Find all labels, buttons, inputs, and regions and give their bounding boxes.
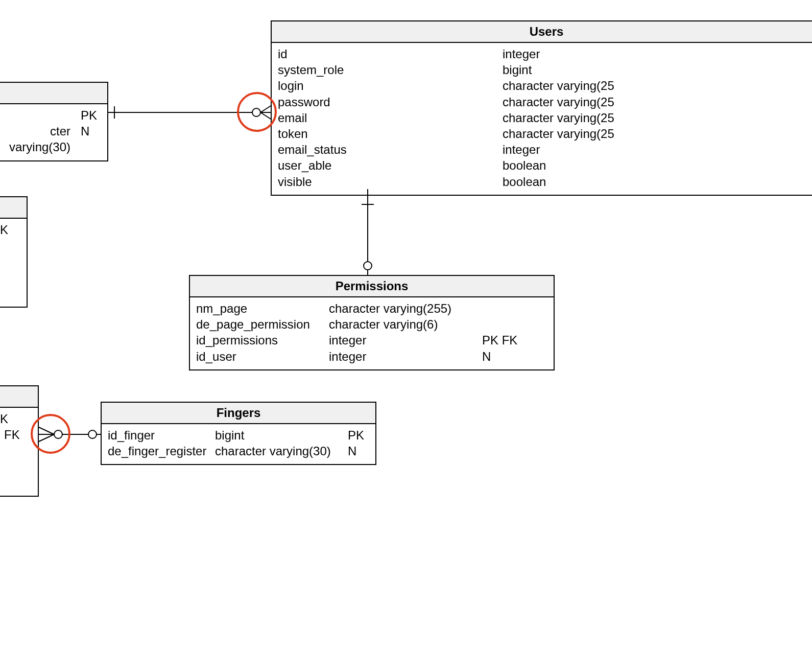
col-name: id_permissions [196, 332, 329, 348]
entity-partial-body: PK N N N N [0, 219, 27, 307]
col-key: PK [0, 222, 20, 238]
col-type: integer [503, 46, 550, 62]
col-name: id_user [196, 349, 329, 364]
col-key: PK [348, 427, 364, 443]
col-name: system_role [278, 62, 503, 78]
col-type: cter varying(30) [0, 123, 81, 155]
col-type: character varying(255) [329, 300, 482, 316]
col-name: login [278, 78, 503, 94]
svg-line-5 [260, 112, 272, 120]
entity-partial-mid-left: PK N N N N [0, 196, 28, 308]
svg-line-10 [39, 427, 54, 434]
col-name: user_able [278, 157, 503, 173]
col-key: N [0, 459, 32, 475]
col-key: PK FK [482, 332, 517, 348]
entity-users-title: Users [272, 21, 812, 43]
entity-fingers-title: Fingers [102, 403, 375, 424]
col-type: character varying(6) [329, 316, 482, 332]
col-type: character varying(25 [503, 78, 625, 94]
col-type: bigint [215, 427, 348, 443]
entity-users-body: idinteger system_rolebigint logincharact… [272, 43, 812, 195]
col-type: character varying(25 [503, 94, 625, 110]
col-name: de_page_permission [196, 316, 329, 332]
entity-permissions: Permissions nm_pagecharacter varying(255… [189, 275, 555, 370]
svg-point-2 [252, 108, 260, 117]
col-name: id [278, 46, 503, 62]
col-key: N [0, 238, 20, 253]
col-type: integer [503, 142, 550, 157]
entity-partial-header [0, 197, 27, 219]
entity-partial-header [0, 83, 107, 104]
connector-toplefttousers [108, 102, 272, 123]
col-key: N [0, 253, 20, 269]
svg-point-13 [88, 430, 97, 438]
col-type: character varying(25 [503, 110, 625, 126]
entity-permissions-title: Permissions [190, 276, 554, 297]
col-key: N [0, 286, 20, 302]
col-type: integer [329, 349, 482, 364]
col-key: N [0, 443, 32, 458]
entity-partial-top-left: PK cter varying(30)N [0, 82, 108, 161]
connector-bottomleft-fingers [39, 424, 101, 445]
entity-partial-header [0, 386, 38, 408]
col-key: PK [81, 107, 101, 123]
col-name: visible [278, 174, 503, 190]
col-name: token [278, 126, 503, 142]
entity-permissions-body: nm_pagecharacter varying(255) de_page_pe… [190, 297, 554, 369]
col-name: id_finger [108, 427, 215, 443]
col-type: character varying(25 [503, 126, 625, 142]
entity-users: Users idinteger system_rolebigint loginc… [271, 20, 812, 196]
col-type: bigint [503, 62, 542, 78]
col-key: N [0, 270, 20, 286]
svg-point-8 [364, 262, 372, 270]
col-key: N FK [0, 427, 32, 443]
col-key: N [348, 443, 356, 459]
entity-partial-body: PK N FK N N N [0, 408, 38, 496]
col-key: N [81, 123, 101, 155]
col-name: email_status [278, 142, 503, 157]
col-key: PK [0, 411, 32, 427]
svg-point-12 [54, 430, 62, 438]
col-name: password [278, 94, 503, 110]
col-type [0, 107, 81, 123]
entity-fingers: Fingers id_fingerbigintPK de_finger_regi… [101, 402, 376, 465]
col-name: email [278, 110, 503, 126]
col-type: character varying(30) [215, 443, 348, 459]
col-key: N [482, 349, 491, 364]
col-type: integer [329, 332, 482, 348]
entity-partial-bottom-left: PK N FK N N N [0, 385, 39, 497]
svg-line-11 [39, 434, 54, 442]
col-key: N [0, 475, 32, 491]
svg-line-3 [260, 105, 272, 112]
entity-partial-body: PK cter varying(30)N [0, 104, 107, 160]
col-name: de_finger_register [108, 443, 215, 459]
connector-users-permissions [357, 189, 378, 276]
entity-fingers-body: id_fingerbigintPK de_finger_registerchar… [102, 424, 375, 464]
col-name: nm_page [196, 300, 329, 316]
col-type: boolean [503, 174, 556, 190]
col-type: boolean [503, 157, 556, 173]
